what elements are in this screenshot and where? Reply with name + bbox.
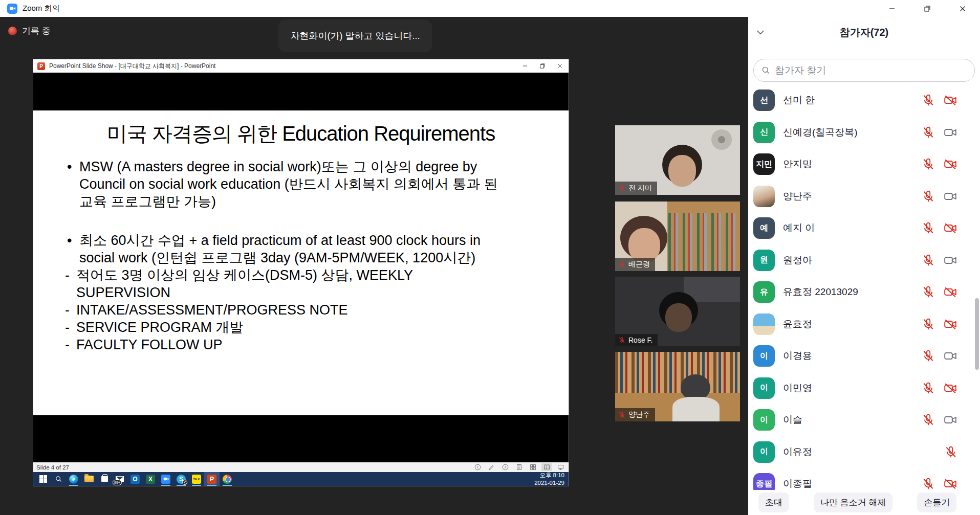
scrollbar-thumb[interactable] xyxy=(975,298,979,370)
excel-icon[interactable]: X xyxy=(143,472,158,486)
video-tile[interactable]: 전 지미 xyxy=(615,125,740,195)
participant-row[interactable]: 이 이경용 xyxy=(748,340,980,372)
outlook-icon[interactable]: O xyxy=(127,472,143,486)
search-input[interactable] xyxy=(775,65,967,76)
video-tile[interactable]: 양난주 xyxy=(615,352,740,421)
participant-search-box[interactable] xyxy=(753,59,975,82)
ppt-titlebar: P PowerPoint Slide Show - [대구대학교 사회복지] -… xyxy=(33,59,569,73)
mic-muted-icon xyxy=(922,318,935,331)
slide-counter: Slide 4 of 27 xyxy=(36,464,69,471)
minimize-button[interactable] xyxy=(874,0,909,17)
next-slide-icon[interactable] xyxy=(500,463,510,471)
pen-menu-icon[interactable] xyxy=(486,463,496,471)
mic-muted-icon xyxy=(922,126,935,139)
participant-row[interactable]: 이 이슬 xyxy=(748,404,980,436)
video-tile[interactable]: 배근령 xyxy=(615,201,740,271)
participants-header: 참가자(72) xyxy=(748,17,980,47)
participant-row[interactable]: 유 유효정 22013029 xyxy=(748,276,980,308)
mail-badge: 99+ xyxy=(113,480,122,485)
participant-name: 신예경(칠곡장복) xyxy=(783,126,858,139)
participant-name: 안지밍 xyxy=(783,158,812,171)
avatar: 지민 xyxy=(753,153,775,175)
slideshow-view-icon[interactable] xyxy=(555,463,565,471)
avatar: 원 xyxy=(753,250,775,271)
camera-status-icon xyxy=(943,413,957,427)
mic-muted-icon xyxy=(944,445,957,459)
participants-footer: 초대 나만 음소거 해제 손들기 xyxy=(748,490,980,515)
participant-row[interactable]: 윤효정 xyxy=(748,308,980,341)
invite-button[interactable]: 초대 xyxy=(758,492,789,512)
ppt-restore-button[interactable] xyxy=(534,59,551,73)
prev-slide-icon[interactable] xyxy=(472,463,483,471)
shared-powerpoint-window: P PowerPoint Slide Show - [대구대학교 사회복지] -… xyxy=(33,59,569,486)
participant-row[interactable]: 이 이유정 xyxy=(748,436,980,468)
avatar: 선 xyxy=(753,89,775,111)
windows-taskbar: e 99+ O X S2 TALK P 오후 8:10 2021-01-29 xyxy=(33,472,569,486)
ms-store-icon[interactable] xyxy=(97,472,112,486)
mic-muted-icon xyxy=(922,94,935,107)
recording-indicator[interactable]: 기록 중 xyxy=(8,25,51,37)
ppt-minimize-button[interactable] xyxy=(516,59,534,73)
participant-row[interactable]: 선 선미 한 xyxy=(748,84,980,117)
slide-bullet: • 최소 60시간 수업 + a field practicum of at l… xyxy=(64,232,499,266)
mic-muted-icon xyxy=(618,185,625,192)
powerpoint-taskbar-icon[interactable]: P xyxy=(204,472,220,486)
avatar: 예 xyxy=(753,217,775,239)
file-explorer-icon[interactable] xyxy=(81,472,97,486)
slide-bullet: - 적어도 3명 이상의 임상 케이스(DSM-5) 상담, WEEKLY SU… xyxy=(64,266,499,301)
participant-name: 이종필 xyxy=(783,477,812,490)
slide-title: 미국 자격증의 위한 Education Requirements xyxy=(33,120,569,148)
kakaotalk-icon[interactable]: TALK xyxy=(189,472,204,486)
participant-row[interactable]: 원 원정아 xyxy=(748,244,980,277)
taskbar-search-icon[interactable] xyxy=(51,472,66,486)
start-button[interactable] xyxy=(35,472,51,486)
mic-muted-icon xyxy=(922,285,935,299)
participant-name: 이민영 xyxy=(783,382,812,395)
zoom-taskbar-icon[interactable] xyxy=(158,472,173,486)
participant-row[interactable]: 지민 안지밍 xyxy=(748,148,980,181)
participant-name: 선미 한 xyxy=(783,94,815,107)
participant-row[interactable]: 이 이민영 xyxy=(748,372,980,405)
slide-bullet: - SERVICE PROGRAM 개발 xyxy=(64,319,499,336)
chrome-icon[interactable] xyxy=(220,472,235,486)
participant-name: 이경용 xyxy=(783,349,812,363)
grid-view-icon[interactable] xyxy=(528,463,538,471)
camera-status-icon xyxy=(943,94,957,107)
raise-hand-button[interactable]: 손들기 xyxy=(917,492,956,512)
participant-row[interactable]: 종필 이종필 xyxy=(748,468,980,490)
camera-status-icon xyxy=(943,158,957,171)
mic-muted-icon xyxy=(922,221,935,235)
wall-fan xyxy=(711,129,732,150)
skype-badge: 2 xyxy=(182,480,187,485)
reading-view-icon[interactable] xyxy=(541,463,552,471)
avatar xyxy=(753,314,775,335)
camera-status-icon xyxy=(943,318,957,331)
participant-row[interactable]: 양난주 xyxy=(748,181,980,213)
camera-status-icon xyxy=(943,349,957,363)
mic-muted-icon xyxy=(922,158,935,171)
video-tile[interactable]: Rose F. xyxy=(615,277,740,346)
restore-button[interactable] xyxy=(909,0,945,17)
participant-row[interactable]: 예 예지 이 xyxy=(748,212,980,244)
edge-icon[interactable]: e xyxy=(66,472,81,486)
avatar: 유 xyxy=(753,281,775,303)
app-titlebar: Zoom 회의 xyxy=(0,0,980,17)
notes-icon[interactable] xyxy=(514,463,524,471)
participant-name: 이슬 xyxy=(783,413,802,427)
close-button[interactable] xyxy=(945,0,980,17)
participant-row[interactable]: 신 신예경(칠곡장복) xyxy=(748,117,980,149)
mic-muted-icon xyxy=(618,411,625,418)
bookshelf xyxy=(668,213,740,271)
camera-status-icon xyxy=(943,382,957,395)
slide-body: • MSW (A masters degree in social work)또… xyxy=(64,158,499,353)
mic-muted-icon xyxy=(922,413,935,427)
active-speaker-toast: 차현화이(가) 말하고 있습니다... xyxy=(278,19,432,52)
unmute-me-button[interactable]: 나만 음소거 해제 xyxy=(814,492,892,512)
ppt-close-button[interactable] xyxy=(551,59,569,73)
skype-icon[interactable]: S2 xyxy=(173,472,189,486)
mail-icon[interactable]: 99+ xyxy=(112,472,127,486)
mic-muted-icon xyxy=(922,349,935,363)
camera-status-icon xyxy=(943,126,957,139)
camera-status-icon xyxy=(943,254,957,267)
app-title: Zoom 회의 xyxy=(23,4,60,13)
